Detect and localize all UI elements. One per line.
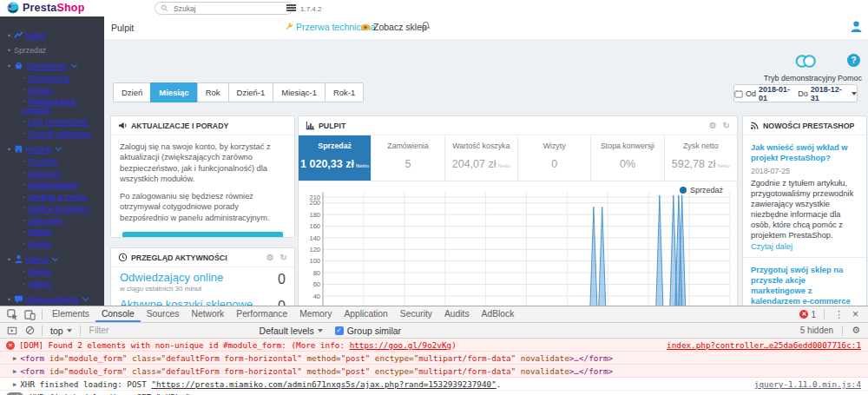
sidebar-sublink-kategorie[interactable]: Kategorie — [28, 169, 61, 178]
console-xhr-get-row[interactable]: ▶6XHR finished loading: GET "<URL>". — [0, 391, 868, 395]
console-form-row[interactable]: ▶<form id="module_form" class="defaultFo… — [0, 352, 868, 365]
console-error-row[interactable]: ✕[DOM] Found 2 elements with non-unique … — [0, 339, 868, 352]
bullet-icon: ◦ — [23, 228, 24, 234]
kpi-wartość-koszyka[interactable]: Wartość koszyka204,07 złNetto — [445, 135, 518, 181]
refresh-icon[interactable]: ↻ — [280, 253, 287, 262]
sidebar-subitem-marki-dostawcy: ◦Marki & Dostawcy — [23, 204, 102, 214]
sidebar-sublink-produkty[interactable]: Produkty — [28, 157, 58, 166]
expand-triangle-icon[interactable]: ▶ — [13, 355, 16, 362]
expand-triangle-icon[interactable]: ▶ — [13, 368, 16, 375]
devtools-tab-audits[interactable]: Audits — [438, 306, 476, 322]
range-tab-dzień-1[interactable]: Dzień-1 — [228, 82, 274, 102]
date-range-picker[interactable]: Od 2018-01-01 Do 2018-12-31 — [733, 84, 858, 102]
help-label[interactable]: Pomoc — [838, 74, 862, 82]
error-count-badge[interactable]: ✕1 — [799, 310, 816, 319]
expand-triangle-icon[interactable]: ▶ — [13, 381, 16, 388]
sidebar-sublink-adresy[interactable]: Adresy — [28, 280, 51, 288]
sidebar-sublink-faktury[interactable]: Faktury — [28, 86, 53, 95]
devtools-tab-elements[interactable]: Elements — [46, 306, 95, 322]
devtools-menu-icon[interactable]: ⋮ — [832, 309, 845, 320]
console-xhr-post-row[interactable]: ▶XHR finished loading: POST "https://pre… — [0, 378, 868, 391]
gear-icon[interactable]: ⚙ — [266, 253, 274, 262]
log-levels-select[interactable]: Default levels — [260, 326, 323, 336]
console-source-link[interactable]: index.php?controller…e25da6edd0007716c:1 — [656, 340, 861, 350]
kpi-value: 1 020,33 złNetto — [299, 158, 371, 170]
kpi-wizyty[interactable]: Wizyty0 — [518, 135, 591, 181]
read-more-link[interactable]: Czytaj dalej — [751, 241, 792, 252]
news-title-link[interactable]: Jak wnieść swój wkład w projekt PrestaSh… — [751, 142, 858, 163]
sidebar-sublink-monitorowanie[interactable]: Monitorowanie — [28, 181, 77, 189]
sidebar-sublink-potwierdzenia-zwrotów[interactable]: Potwierdzenia zwrotów — [23, 97, 76, 115]
news-title-link[interactable]: Przygotuj swój sklep na przyszłe akcje m… — [751, 265, 858, 306]
sidebar-sublink-załączniki[interactable]: Załączniki — [28, 216, 62, 225]
kpi-value: 0 — [518, 158, 590, 170]
sidebar-sublink-listy-przewozowe[interactable]: Listy przewozowe — [28, 117, 88, 126]
activity-link-odwiedzający-online[interactable]: Odwiedzający online — [120, 272, 223, 284]
devtools-tab-performance[interactable]: Performance — [230, 306, 293, 322]
devtools-close-icon[interactable]: × — [850, 308, 861, 320]
devtools-tab-adblock[interactable]: AdBlock — [476, 306, 521, 322]
connect-prestashop-button[interactable]: POŁĄCZ Z PLATFORMĄ PRESTASHOP — [122, 232, 282, 238]
kpi-sprzedaż[interactable]: Sprzedaż1 020,33 złNetto — [299, 135, 372, 181]
sidebar-sublink-rabaty[interactable]: Rabaty — [28, 227, 52, 236]
bullet-icon: ◦ — [23, 181, 24, 188]
prestashop-logo[interactable]: PrestaShop — [7, 2, 84, 14]
user-avatar[interactable] — [850, 20, 863, 33]
range-tab-rok[interactable]: Rok — [197, 82, 229, 102]
global-search[interactable] — [155, 2, 293, 15]
devtools-tab-network[interactable]: Network — [186, 306, 231, 322]
bullet-icon: ◦ — [23, 98, 24, 104]
range-tab-miesiąc[interactable]: Miesiąc — [150, 82, 197, 102]
sidebar-sublink-stocks[interactable]: Stocks — [28, 240, 50, 248]
kpi-stopa-konwersji[interactable]: Stopa konwersji0% — [591, 135, 664, 181]
activity-link-aktywne-koszyki-sklepowe[interactable]: Aktywne koszyki sklepowe — [120, 299, 253, 306]
console-error-link[interactable]: https://goo.gl/9o2vKg — [350, 340, 452, 350]
devtools-tab-security[interactable]: Security — [394, 306, 438, 322]
console-filter-input[interactable]: Filter — [84, 326, 260, 335]
gear-icon[interactable]: ⚙ — [709, 121, 717, 130]
sidebar-submenu: ◦Klienci◦Adresy — [8, 267, 102, 288]
search-input[interactable] — [172, 3, 271, 14]
devtools-tab-memory[interactable]: Memory — [293, 306, 338, 322]
console-xhr-link[interactable]: "https://presta.miamiko.com/admin671nxqs… — [151, 379, 496, 389]
kpi-zysk-netto[interactable]: Zysk netto592,78 złNetto — [665, 135, 737, 181]
devtools-tab-sources[interactable]: Sources — [141, 306, 186, 322]
console-sidebar-icon[interactable] — [6, 325, 18, 337]
bullet-icon: ◦ — [23, 87, 24, 93]
view-shop-link[interactable]: Zobacz sklep — [360, 22, 427, 32]
chevron-down-icon — [82, 295, 89, 301]
inspect-element-icon[interactable] — [6, 308, 18, 320]
sidebar-link-zamówienia[interactable]: Zamówienia — [26, 62, 67, 70]
kpi-zamówienia[interactable]: Zamówienia5 — [372, 135, 444, 181]
console-source-link[interactable]: jquery-1.11.0.min.js:4 — [744, 379, 861, 389]
refresh-icon[interactable]: ↻ — [723, 121, 730, 130]
devtools-tab-application[interactable]: Application — [338, 306, 393, 322]
clear-console-icon[interactable] — [23, 325, 36, 337]
hidden-messages-count[interactable]: 5 hidden — [800, 326, 833, 335]
sidebar-link-obsługa-klienta[interactable]: Obsługa klienta — [26, 295, 79, 304]
sidebar-item-sprzedaż: •Sprzedaż — [8, 46, 102, 55]
sidebar-link-pulpit[interactable]: Pulpit — [26, 31, 45, 40]
frame-context-select[interactable]: top — [46, 326, 76, 336]
devtools-tab-console[interactable]: Console — [95, 306, 141, 322]
sidebar-subitem-kategorie: ◦Kategorie — [23, 169, 102, 179]
sidebar-sublink-atrybuty-cechy[interactable]: Atrybuty & Cechy — [28, 193, 87, 201]
group-similar-checkbox[interactable]: ✓Group similar — [335, 326, 401, 336]
sidebar-link-klienci[interactable]: Klienci — [26, 255, 49, 264]
help-button[interactable]: ? — [847, 54, 860, 67]
sidebar-sublink-marki-dostawcy[interactable]: Marki & Dostawcy — [28, 204, 89, 213]
console-form-row[interactable]: ▶<form id="module_form" class="defaultFo… — [0, 365, 868, 378]
sidebar-sublink-klienci[interactable]: Klienci — [28, 267, 50, 276]
console-settings-gear-icon[interactable]: ⚙ — [852, 325, 860, 336]
notifications-bell-icon[interactable] — [421, 21, 431, 31]
demo-mode-toggle[interactable] — [794, 54, 818, 69]
range-tab-miesiąc-1[interactable]: Miesiąc-1 — [273, 82, 326, 102]
menu-hamburger-icon[interactable] — [286, 4, 296, 13]
range-tab-rok-1[interactable]: Rok-1 — [325, 82, 364, 102]
range-tab-dzień[interactable]: Dzień — [113, 82, 151, 102]
sidebar-sublink-koszyki-zakupowe[interactable]: Koszyki zakupowe — [28, 129, 90, 138]
sidebar-sublink-zamówienia[interactable]: Zamówienia — [28, 74, 69, 82]
sidebar-submenu: ◦Zamówienia◦Faktury◦Potwierdzenia zwrotó… — [8, 74, 102, 138]
device-toolbar-icon[interactable] — [23, 308, 36, 320]
sidebar-link-katalog[interactable]: Katalog — [26, 145, 52, 154]
